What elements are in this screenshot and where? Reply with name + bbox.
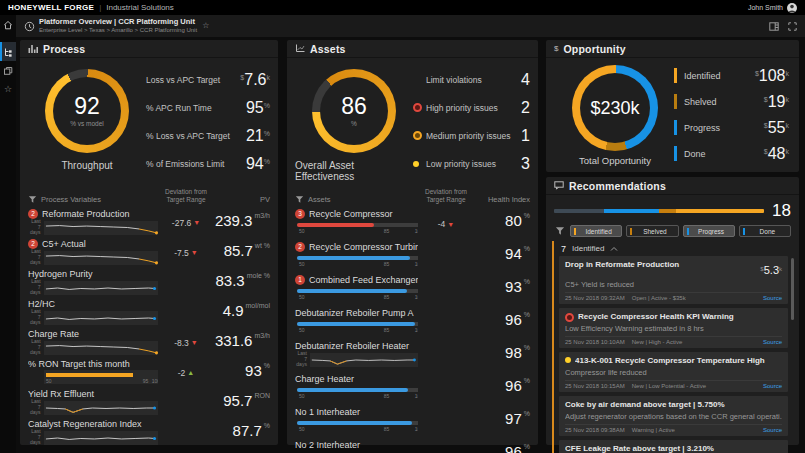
- process-variable-row[interactable]: H2/HC Last 7 days 4.9mol/mol: [20, 298, 278, 328]
- breadcrumb-path[interactable]: Enterprise Level > Texas > Amarillo > CC…: [39, 27, 197, 34]
- asset-row[interactable]: No 2 Interheater 5085100 96%: [287, 439, 538, 453]
- left-sidebar: ☆: [0, 15, 16, 453]
- trend-sparkline: [44, 311, 158, 325]
- source-link[interactable]: Source: [763, 427, 782, 433]
- group-header[interactable]: 7 Identified: [554, 241, 795, 256]
- legend-color: [674, 68, 677, 83]
- chevron-up-icon[interactable]: [610, 246, 618, 252]
- kpi-value: 94%: [246, 155, 270, 173]
- process-variable-row[interactable]: 2Reformate Production Last 7 days -27.6▼…: [20, 208, 278, 238]
- kpi-value: 95%: [246, 99, 270, 117]
- scrollbar-thumb[interactable]: [791, 258, 794, 320]
- process-variable-row[interactable]: % RON Target this month 50 95 100 -2▲ 93…: [20, 358, 278, 388]
- filter-icon[interactable]: [295, 195, 304, 204]
- asset-row[interactable]: 1Combined Feed Exchanger (Packinox) 5085…: [287, 274, 538, 307]
- source-link[interactable]: Source: [763, 339, 782, 345]
- fullscreen-icon[interactable]: [788, 17, 797, 35]
- filter-chip-identified[interactable]: Identified: [570, 225, 622, 237]
- top-bar: HONEYWELL FORGE | Industrial Solutions J…: [0, 0, 805, 15]
- product-name: Industrial Solutions: [106, 3, 174, 12]
- filter-icon[interactable]: [28, 195, 37, 204]
- trend-sparkline: [44, 251, 158, 265]
- high-priority-icon: [565, 313, 574, 322]
- trend-down-icon: ▼: [191, 339, 198, 346]
- process-variable-row[interactable]: Charge Rate Last 7 days -8.3▼ 331.6m3/h: [20, 328, 278, 358]
- recommendation-card[interactable]: Drop in Reformate Production $5.3k C5+ Y…: [559, 256, 788, 304]
- source-link[interactable]: Source: [763, 383, 782, 389]
- recommendation-card[interactable]: Coke by air demand above target | 5.750%…: [559, 396, 788, 436]
- overview-icon[interactable]: [24, 21, 35, 32]
- trend-down-icon: ▼: [193, 219, 200, 226]
- ron-target-bar: 50 95 100: [44, 370, 158, 384]
- page-title: Platformer Overview | CCR Platforming Un…: [39, 18, 197, 27]
- alert-badge: 1: [295, 275, 305, 285]
- avatar[interactable]: [787, 3, 797, 13]
- kpi-row: Low priority issues 3: [413, 151, 530, 176]
- source-link[interactable]: Source: [763, 295, 782, 301]
- recommendations-panel-header: Recommendations: [546, 177, 799, 195]
- filter-chip-shelved[interactable]: Shelved: [626, 225, 678, 237]
- legend-row[interactable]: Shelved $19k: [674, 90, 789, 114]
- legend-color: [674, 94, 677, 109]
- recommendations-filters: Identified Shelved Progress Done: [546, 221, 799, 240]
- process-variable-row[interactable]: Catalyst Regeneration Index Last 7 days …: [20, 418, 278, 448]
- asset-row[interactable]: 2Recycle Compressor Turbine 5085100 94%: [287, 241, 538, 274]
- filter-chip-progress[interactable]: Progress: [683, 225, 735, 237]
- card-date: 25 Nov 2018 09:32AM: [565, 295, 625, 301]
- recommendation-card[interactable]: CFE Leakge Rate above target | 3.210% Co…: [559, 440, 788, 453]
- recommendation-card[interactable]: 413-K-001 Recycle Compressor Temperature…: [559, 352, 788, 392]
- trend-sparkline: [44, 221, 158, 235]
- asset-row[interactable]: Debutanizer Reboiler Heater Last 7 days …: [287, 340, 538, 373]
- recommendations-count: 18: [772, 202, 791, 219]
- process-variable-row[interactable]: Hydrogen Purity Last 7 days 83.3mole %: [20, 268, 278, 298]
- legend-color: [674, 146, 677, 161]
- filter-chip-done[interactable]: Done: [739, 225, 791, 237]
- kpi-row: % of Emissions Limit 94%: [146, 151, 270, 176]
- favorite-star-icon[interactable]: ☆: [202, 22, 209, 30]
- gauge-value: 92: [74, 95, 100, 118]
- sidebar-item-pages[interactable]: [0, 61, 16, 80]
- trend-down-icon: ▼: [191, 249, 198, 256]
- recommendation-list: Drop in Reformate Production $5.3k C5+ Y…: [554, 256, 795, 453]
- identified-group: 7 Identified Drop in Reformate Productio…: [552, 241, 795, 453]
- gauge-value: 86: [341, 95, 367, 118]
- recommendations-summary: 18: [546, 195, 799, 221]
- trend-sparkline: [44, 281, 158, 295]
- layout-toggle-icon[interactable]: [769, 17, 779, 35]
- health-bar: 5085100: [297, 418, 418, 432]
- alert-badge: 3: [295, 209, 305, 219]
- sidebar-item-favorites[interactable]: ☆: [0, 80, 16, 99]
- sidebar-item-hierarchy[interactable]: [0, 42, 16, 61]
- home-icon[interactable]: [0, 15, 16, 34]
- kpi-value: 21%: [246, 127, 270, 145]
- trend-sparkline: [44, 431, 158, 445]
- card-date: 25 Nov 2018 10:10AM: [565, 339, 625, 345]
- health-bar: 5085100: [297, 385, 418, 399]
- asset-row[interactable]: Debutanizer Reboiler Pump A 5085100 96%: [287, 307, 538, 340]
- panel-title: Process: [43, 43, 85, 55]
- donut-value: $230k: [590, 99, 639, 117]
- trend-up-icon: ▲: [187, 369, 194, 376]
- opportunity-panel: $ Opportunity $230k Total Opportunity Id…: [546, 40, 799, 172]
- kpi-row: Limit violations 4: [413, 67, 530, 92]
- process-variable-row[interactable]: Yield Rx Effluent Last 7 days 95.7RON: [20, 388, 278, 418]
- legend-row[interactable]: Progress $55k: [674, 116, 789, 140]
- asset-row[interactable]: No 1 Interheater 5085100 97%: [287, 406, 538, 439]
- asset-row[interactable]: Charge Heater 5085100 96%: [287, 373, 538, 406]
- gauge-caption: Overall Asset Effectiveness: [295, 160, 413, 182]
- status-distribution-bar: [554, 209, 764, 213]
- process-variable-row[interactable]: 2C5+ Actual Last 7 days -7.5▼ 85.7wt %: [20, 238, 278, 268]
- assets-table-header: Assets Deviation from Target Range Healt…: [287, 182, 538, 208]
- breadcrumb: Platformer Overview | CCR Platforming Un…: [39, 18, 197, 34]
- legend-row[interactable]: Done $48k: [674, 142, 789, 166]
- bar-chart-icon: [28, 44, 38, 53]
- recommendations-panel: Recommendations 18 Identified Shelved Pr…: [546, 177, 799, 445]
- brand-logo: HONEYWELL FORGE: [8, 3, 94, 12]
- kpi-row: Loss vs APC Target $7.6k: [146, 67, 270, 92]
- kpi-value: 4: [521, 71, 530, 89]
- trend-sparkline: [310, 353, 418, 367]
- recommendation-card[interactable]: Recycle Compressor Health KPI Warning Lo…: [559, 308, 788, 348]
- legend-row[interactable]: Identified $108k: [674, 64, 789, 88]
- filter-icon[interactable]: [555, 226, 565, 236]
- asset-row[interactable]: 3Recycle Compressor 5085100 -4▼ 80%: [287, 208, 538, 241]
